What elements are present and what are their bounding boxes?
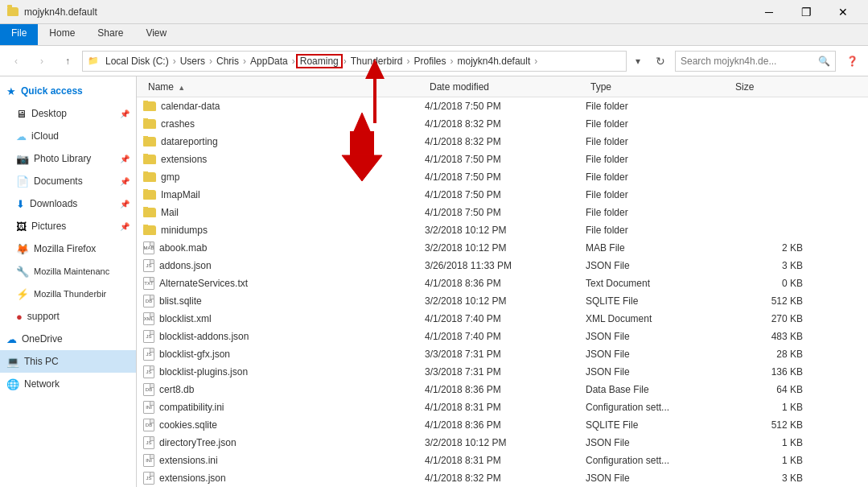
tab-share[interactable]: Share	[86, 24, 134, 45]
cell-type: File folder	[586, 171, 730, 183]
breadcrumb-segment-thunderbird[interactable]: Thunderbird	[348, 54, 406, 68]
cell-date: 4/1/2018 8:32 PM	[425, 473, 586, 484]
file-row[interactable]: JS directoryTree.json 3/2/2018 10:12 PM …	[137, 434, 868, 452]
cell-name: calendar-data	[143, 101, 425, 112]
forward-button[interactable]: ›	[31, 50, 53, 72]
cell-name: JS directoryTree.json	[143, 436, 425, 449]
cell-type: File folder	[586, 225, 730, 236]
restore-button[interactable]: ❐	[788, 0, 825, 24]
file-row[interactable]: DB blist.sqlite 3/2/2018 10:12 PM SQLITE…	[137, 292, 868, 310]
sidebar-item-pictures[interactable]: 🖼 Pictures 📌	[0, 215, 136, 237]
file-row[interactable]: DB cookies.sqlite 4/1/2018 8:36 PM SQLIT…	[137, 416, 868, 434]
sidebar-item-onedrive[interactable]: ☁ OneDrive	[0, 328, 136, 350]
cell-type: SQLITE File	[586, 295, 730, 307]
cell-type: File folder	[586, 154, 730, 165]
minimize-button[interactable]: ─	[751, 0, 788, 24]
sidebar: ★ Quick access 🖥 Desktop 📌 ☁ iCloud 📷 Ph…	[0, 76, 137, 487]
sidebar-item-icloud[interactable]: ☁ iCloud	[0, 125, 136, 147]
help-button[interactable]: ❓	[841, 50, 863, 72]
cell-type: JSON File	[586, 437, 730, 448]
search-box[interactable]: 🔍	[675, 51, 836, 72]
file-row[interactable]: JS extensions.json 4/1/2018 8:32 PM JSON…	[137, 469, 868, 487]
file-row[interactable]: MAB abook.mab 3/2/2018 10:12 PM MAB File…	[137, 239, 868, 257]
file-row[interactable]: ImapMail 4/1/2018 7:50 PM File folder	[137, 186, 868, 204]
cell-size: 1 KB	[730, 437, 811, 448]
cell-date: 4/1/2018 8:31 PM	[425, 455, 586, 466]
cell-size: 1 KB	[730, 402, 811, 413]
sidebar-item-quick-access[interactable]: ★ Quick access	[0, 80, 136, 102]
cell-date: 4/1/2018 7:50 PM	[425, 207, 586, 218]
breadcrumb-segment-mojykn4h[interactable]: mojykn4h.default	[455, 54, 534, 68]
cell-size: 64 KB	[730, 384, 811, 395]
file-row[interactable]: INI extensions.ini 4/1/2018 8:31 PM Conf…	[137, 452, 868, 469]
file-row[interactable]: TXT AlternateServices.txt 4/1/2018 8:36 …	[137, 274, 868, 292]
cell-date: 4/1/2018 8:32 PM	[425, 118, 586, 130]
file-row[interactable]: crashes 4/1/2018 8:32 PM File folder	[137, 115, 868, 133]
cell-name: DB cookies.sqlite	[143, 419, 425, 431]
cell-name: MAB abook.mab	[143, 241, 425, 254]
sidebar-item-desktop[interactable]: 🖥 Desktop 📌	[0, 102, 136, 125]
cell-name: gmp	[143, 171, 425, 183]
up-button[interactable]: ↑	[56, 50, 79, 72]
path-dropdown-button[interactable]: ▾	[630, 56, 646, 67]
sidebar-label-support: support	[27, 311, 130, 322]
breadcrumb-segment-appdata[interactable]: AppData	[247, 54, 291, 68]
file-row[interactable]: minidumps 3/2/2018 10:12 PM File folder	[137, 221, 868, 239]
search-input[interactable]	[681, 56, 815, 67]
breadcrumb-segment-roaming[interactable]: Roaming	[296, 54, 343, 68]
sidebar-item-support[interactable]: ● support	[0, 305, 136, 328]
close-button[interactable]: ✕	[825, 0, 862, 24]
file-row[interactable]: calendar-data 4/1/2018 7:50 PM File fold…	[137, 97, 868, 115]
refresh-button[interactable]: ↻	[649, 50, 672, 72]
cell-type: File folder	[586, 189, 730, 200]
cell-date: 3/2/2018 10:12 PM	[425, 295, 586, 307]
sidebar-label-onedrive: OneDrive	[22, 333, 130, 345]
star-icon: ★	[6, 85, 16, 97]
sidebar-item-network[interactable]: 🌐 Network	[0, 373, 136, 395]
sidebar-item-mozilla-thunderbird[interactable]: ⚡ Mozilla Thunderbir	[0, 283, 136, 305]
sidebar-item-photo-library[interactable]: 📷 Photo Library 📌	[0, 147, 136, 170]
sidebar-item-downloads[interactable]: ⬇ Downloads 📌	[0, 192, 136, 215]
cell-name: JS blocklist-gfx.json	[143, 348, 425, 361]
sidebar-label-pictures: Pictures	[31, 221, 115, 232]
back-button[interactable]: ‹	[5, 50, 27, 72]
col-header-type[interactable]: Type	[586, 80, 730, 94]
col-header-size[interactable]: Size	[730, 80, 811, 94]
cell-type: JSON File	[586, 349, 730, 360]
file-row[interactable]: Mail 4/1/2018 7:50 PM File folder	[137, 204, 868, 221]
cell-type: File folder	[586, 118, 730, 130]
cell-type: Data Base File	[586, 384, 730, 395]
cell-name: XML blocklist.xml	[143, 312, 425, 325]
tab-file[interactable]: File	[0, 24, 38, 45]
breadcrumb-segment-profiles[interactable]: Profiles	[411, 54, 450, 68]
col-header-date[interactable]: Date modified	[425, 80, 586, 94]
breadcrumb-segment-users[interactable]: Users	[177, 54, 208, 68]
file-row[interactable]: INI compatibility.ini 4/1/2018 8:31 PM C…	[137, 398, 868, 416]
breadcrumb-segment-local-disk[interactable]: Local Disk (C:)	[102, 54, 172, 68]
col-header-name[interactable]: Name ▲	[143, 80, 425, 94]
file-row[interactable]: JS blocklist-plugins.json 3/3/2018 7:31 …	[137, 363, 868, 381]
tab-view[interactable]: View	[134, 24, 178, 45]
file-row[interactable]: datareporting 4/1/2018 8:32 PM File fold…	[137, 133, 868, 151]
sidebar-label-mozilla-maintenance: Mozilla Maintenanc	[34, 266, 130, 276]
sidebar-item-mozilla-maintenance[interactable]: 🔧 Mozilla Maintenanc	[0, 260, 136, 283]
file-row[interactable]: JS blocklist-gfx.json 3/3/2018 7:31 PM J…	[137, 345, 868, 363]
tab-home[interactable]: Home	[38, 24, 86, 45]
cell-size: 0 KB	[730, 278, 811, 289]
support-icon: ●	[16, 311, 23, 323]
file-row[interactable]: JS addons.json 3/26/2018 11:33 PM JSON F…	[137, 257, 868, 274]
content-area: Name ▲ Date modified Type Size	[137, 76, 868, 487]
cell-name: extensions	[143, 154, 425, 165]
sidebar-item-this-pc[interactable]: 💻 This PC	[0, 350, 136, 373]
sidebar-item-mozilla-firefox[interactable]: 🦊 Mozilla Firefox	[0, 237, 136, 260]
cell-date: 4/1/2018 8:32 PM	[425, 136, 586, 147]
sidebar-item-documents[interactable]: 📄 Documents 📌	[0, 170, 136, 192]
file-row[interactable]: gmp 4/1/2018 7:50 PM File folder	[137, 168, 868, 186]
sidebar-label-icloud: iCloud	[31, 130, 130, 142]
file-row[interactable]: extensions 4/1/2018 7:50 PM File folder	[137, 151, 868, 168]
breadcrumb-segment-chris[interactable]: Chris	[213, 54, 242, 68]
file-row[interactable]: JS blocklist-addons.json 4/1/2018 7:40 P…	[137, 328, 868, 345]
ribbon: File Home Share View	[0, 24, 868, 46]
file-row[interactable]: XML blocklist.xml 4/1/2018 7:40 PM XML D…	[137, 310, 868, 328]
file-row[interactable]: DB cert8.db 4/1/2018 8:36 PM Data Base F…	[137, 381, 868, 398]
